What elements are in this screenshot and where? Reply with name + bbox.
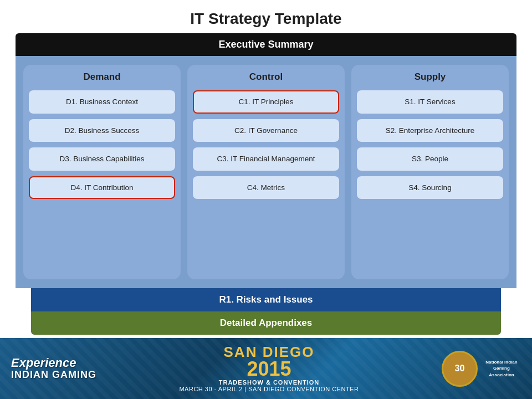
niga-anniversary: 30 (455, 363, 465, 374)
slide-container: IT Strategy Template Executive Summary D… (0, 0, 532, 399)
footer-dates-text: MARCH 30 - APRIL 2 | SAN DIEGO CONVENTIO… (179, 386, 359, 392)
footer-tradeshow-text: TRADESHOW & CONVENTION (219, 379, 320, 386)
d4-box[interactable]: D4. IT Contribution (29, 176, 175, 200)
niga-logo: 30 (442, 351, 478, 387)
footer-indian-gaming-text: INDIAN GAMING (11, 369, 96, 381)
appendixes-bar: Detailed Appendixes (31, 311, 501, 335)
d3-box[interactable]: D3. Business Capabilities (29, 147, 175, 171)
demand-column: Demand D1. Business Context D2. Business… (23, 65, 181, 279)
footer-year-text: 2015 (247, 359, 291, 379)
risks-bar: R1. Risks and Issues (31, 288, 501, 311)
s4-box[interactable]: S4. Sourcing (357, 176, 503, 200)
control-title: Control (193, 71, 339, 83)
executive-summary-bar: Executive Summary (16, 33, 516, 56)
title-area: IT Strategy Template (0, 0, 532, 33)
footer-banner: Experience INDIAN GAMING SAN DIEGO 2015 … (0, 338, 532, 399)
demand-title: Demand (29, 71, 175, 83)
s1-box[interactable]: S1. IT Services (357, 90, 503, 114)
c1-box[interactable]: C1. IT Principles (193, 90, 339, 114)
c4-box[interactable]: C4. Metrics (193, 176, 339, 200)
footer-center: SAN DIEGO 2015 TRADESHOW & CONVENTION MA… (179, 345, 359, 392)
niga-text: National Indian Gaming Association (482, 359, 521, 378)
d1-box[interactable]: D1. Business Context (29, 90, 175, 114)
columns-wrapper: Demand D1. Business Context D2. Business… (16, 56, 516, 288)
main-content: Executive Summary Demand D1. Business Co… (0, 33, 532, 335)
d2-box[interactable]: D2. Business Success (29, 119, 175, 142)
footer-right: 30 National Indian Gaming Association (442, 351, 521, 387)
supply-column: Supply S1. IT Services S2. Enterprise Ar… (351, 65, 509, 279)
supply-title: Supply (357, 71, 503, 83)
s3-box[interactable]: S3. People (357, 147, 503, 171)
footer-experience-text: Experience (11, 357, 76, 369)
footer-left: Experience INDIAN GAMING (11, 357, 96, 381)
c3-box[interactable]: C3. IT Financial Management (193, 147, 339, 171)
page-title: IT Strategy Template (0, 10, 532, 28)
c2-box[interactable]: C2. IT Governance (193, 119, 339, 142)
s2-box[interactable]: S2. Enterprise Architecture (357, 119, 503, 142)
control-column: Control C1. IT Principles C2. IT Governa… (187, 65, 345, 279)
